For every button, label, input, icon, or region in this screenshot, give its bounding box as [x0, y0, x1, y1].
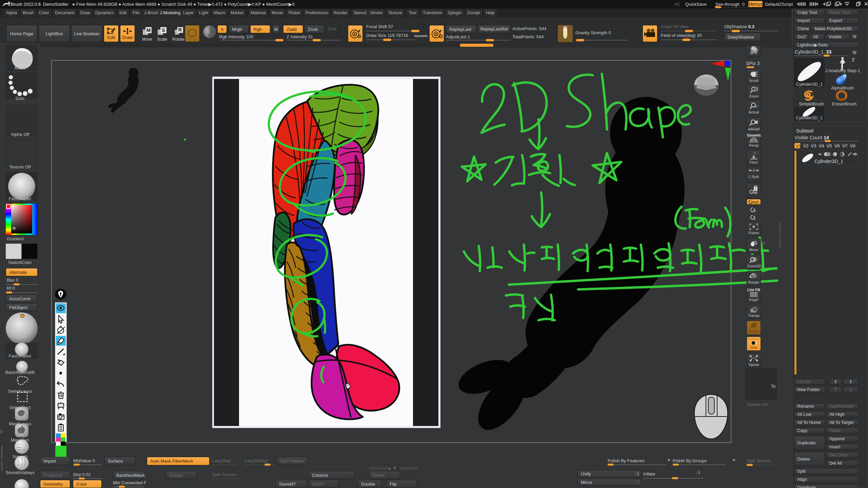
svg-text:c: c: [755, 188, 756, 190]
svg-text:z: z: [754, 217, 756, 220]
svg-text:S: S: [358, 33, 361, 39]
svg-text:S: S: [162, 27, 165, 33]
svg-text:R: R: [178, 27, 182, 33]
svg-text:M: M: [146, 27, 151, 33]
svg-text:x1: x1: [754, 105, 758, 108]
svg-text:Y: Y: [754, 210, 756, 213]
svg-text:D: D: [439, 33, 443, 39]
